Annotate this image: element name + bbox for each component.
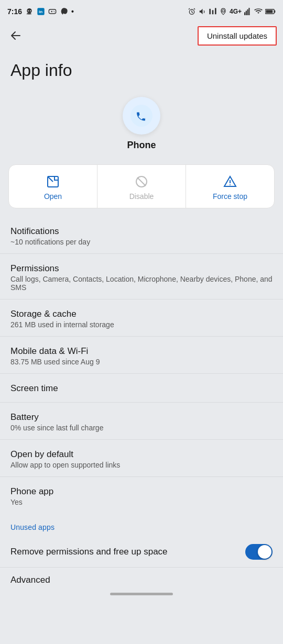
notifications-title: Notifications (10, 226, 273, 237)
svg-line-12 (194, 8, 195, 9)
svg-rect-23 (274, 10, 275, 13)
svg-rect-14 (209, 9, 211, 15)
game-icon (48, 7, 57, 16)
unused-apps-label: Unused apps (0, 514, 283, 535)
app-name: Phone (127, 140, 156, 151)
alarm-icon (188, 7, 196, 16)
disable-button[interactable]: Disable (97, 165, 186, 208)
dot-icon: • (71, 7, 74, 16)
status-left: 7:16 in • (7, 7, 74, 16)
permissions-item[interactable]: Permissions Call logs, Camera, Contacts,… (0, 254, 283, 299)
permissions-subtitle: Call logs, Camera, Contacts, Location, M… (10, 275, 273, 292)
svg-point-8 (53, 11, 54, 12)
force-stop-icon (223, 174, 237, 189)
remove-permissions-section[interactable]: Remove permissions and free up space (0, 535, 283, 568)
open-by-default-item[interactable]: Open by default Allow app to open suppor… (0, 440, 283, 477)
svg-rect-21 (248, 8, 249, 15)
battery-icon (265, 8, 276, 15)
svg-rect-18 (244, 12, 245, 15)
svg-point-9 (54, 12, 55, 12)
svg-marker-13 (200, 9, 203, 15)
svg-line-11 (189, 8, 190, 9)
remove-permissions-label: Remove permissions and free up space (10, 547, 168, 557)
time-display: 7:16 (7, 7, 22, 16)
top-bar: Uninstall updates (0, 21, 283, 50)
toggle-thumb (258, 545, 271, 559)
data-icon (209, 7, 217, 16)
4g-label: 4G+ (230, 8, 242, 15)
svg-rect-19 (246, 11, 247, 15)
force-stop-button[interactable]: Force stop (186, 165, 274, 208)
mobile-data-subtitle: 83.75 MB used since Aug 9 (10, 358, 273, 366)
phone-app-subtitle: Yes (10, 498, 273, 506)
ghost-icon (25, 7, 34, 16)
svg-point-31 (230, 184, 231, 185)
disable-icon (134, 174, 149, 189)
linkedin-icon: in (37, 7, 45, 16)
svg-point-17 (222, 10, 225, 13)
svg-point-1 (28, 10, 29, 12)
svg-line-28 (137, 177, 146, 186)
permissions-title: Permissions (10, 263, 273, 274)
advanced-item[interactable]: Advanced (0, 568, 283, 587)
sound-icon (199, 7, 206, 16)
leaf-icon (60, 7, 68, 16)
svg-rect-24 (266, 10, 273, 13)
bottom-nav (0, 587, 283, 599)
action-buttons-row: Open Disable Force stop (8, 164, 275, 208)
svg-rect-16 (215, 8, 216, 14)
battery-item[interactable]: Battery 0% use since last full charge (0, 403, 283, 440)
back-button[interactable] (6, 26, 25, 45)
status-right: 4G+ (188, 7, 276, 16)
page-title: App info (0, 50, 283, 86)
open-by-default-title: Open by default (10, 449, 273, 460)
svg-point-0 (27, 8, 31, 13)
open-button[interactable]: Open (9, 165, 97, 208)
remove-permissions-toggle[interactable] (245, 544, 273, 560)
location-icon (220, 7, 227, 16)
phone-app-item[interactable]: Phone app Yes (0, 477, 283, 514)
mobile-data-title: Mobile data & Wi-Fi (10, 346, 273, 357)
app-icon (123, 97, 160, 135)
phone-app-title: Phone app (10, 486, 273, 497)
screen-time-item[interactable]: Screen time (0, 374, 283, 403)
open-icon (46, 174, 60, 189)
svg-point-2 (30, 10, 31, 12)
wifi-icon (254, 8, 263, 15)
app-icon-section: Phone (0, 86, 283, 159)
notifications-item[interactable]: Notifications ~10 notifications per day (0, 217, 283, 254)
signal-icon (244, 7, 252, 16)
screen-time-title: Screen time (10, 383, 273, 394)
storage-subtitle: 261 MB used in internal storage (10, 320, 273, 329)
nav-indicator (110, 593, 173, 595)
storage-item[interactable]: Storage & cache 261 MB used in internal … (0, 299, 283, 337)
storage-title: Storage & cache (10, 309, 273, 319)
uninstall-updates-button[interactable]: Uninstall updates (198, 26, 277, 46)
notifications-subtitle: ~10 notifications per day (10, 238, 273, 246)
svg-rect-15 (212, 10, 214, 14)
svg-point-25 (130, 105, 153, 127)
svg-text:in: in (39, 9, 42, 14)
battery-title: Battery (10, 412, 273, 423)
force-stop-label: Force stop (213, 192, 247, 201)
mobile-data-item[interactable]: Mobile data & Wi-Fi 83.75 MB used since … (0, 337, 283, 374)
open-by-default-subtitle: Allow app to open supported links (10, 461, 273, 469)
svg-rect-20 (247, 9, 248, 15)
battery-subtitle: 0% use since last full charge (10, 424, 273, 432)
open-label: Open (44, 192, 62, 201)
status-bar: 7:16 in • 4G+ (0, 0, 283, 21)
disable-label: Disable (129, 192, 154, 201)
settings-list: Notifications ~10 notifications per day … (0, 217, 283, 514)
